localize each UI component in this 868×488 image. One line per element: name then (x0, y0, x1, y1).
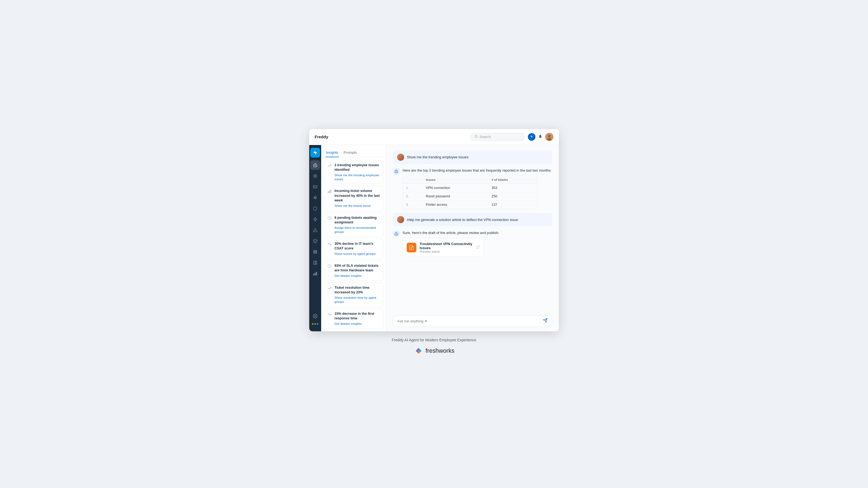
article-icon (407, 242, 416, 252)
tabs-header: Insights Prompts (321, 145, 386, 157)
freshworks-logo: freshworks (392, 346, 476, 356)
chat-input[interactable] (397, 319, 540, 323)
sidebar-item-chart[interactable] (310, 269, 320, 279)
insight-card-volume[interactable]: Incoming ticket volume increased by 40% … (324, 186, 383, 210)
svg-rect-5 (314, 164, 317, 167)
svg-point-20 (315, 316, 316, 317)
chat-input-box (393, 315, 552, 327)
sidebar-item-bolt[interactable] (310, 215, 320, 224)
insight-title-6: Ticket resolution time increased by 23% (335, 286, 380, 295)
insight-content-3: 8 pending tickets awaiting assignment As… (335, 216, 380, 234)
avatar[interactable] (545, 133, 553, 141)
sidebar-item-freddy[interactable] (310, 148, 320, 158)
row-count-1: 353 (488, 184, 537, 192)
insight-action-7[interactable]: Get deeper insights (335, 322, 380, 326)
bot-text-1: Here are the top 3 trending employee iss… (403, 168, 552, 173)
tab-prompts[interactable]: Prompts (343, 148, 357, 157)
bot-avatar-1 (393, 168, 400, 175)
sidebar-item-settings[interactable] (310, 311, 320, 321)
insight-content-7: 15% decrease in the first response time … (335, 312, 380, 326)
insight-card-sla[interactable]: 93% of SLA violated tickets are from Har… (324, 261, 383, 281)
svg-rect-15 (314, 251, 317, 252)
pending-icon (328, 216, 332, 221)
user-avatar-1 (397, 154, 404, 161)
bot-message-1: Here are the top 3 trending employee iss… (393, 168, 552, 209)
svg-rect-18 (315, 273, 316, 275)
svg-rect-30 (395, 233, 398, 235)
svg-point-10 (315, 175, 316, 176)
user-text-1: Show me the trending employee issues (407, 155, 468, 159)
app-header: Freddy Search + (309, 129, 559, 145)
sidebar-item-shield[interactable] (310, 204, 320, 214)
insight-title-5: 93% of SLA violated tickets are from Har… (335, 263, 380, 273)
search-box[interactable]: Search (470, 133, 525, 141)
issues-table: Issues # of tickets 1. VPN connection 35… (403, 176, 537, 209)
external-link-icon[interactable] (476, 245, 480, 250)
article-title: Troubleshoot VPN Connectivity Issues (420, 242, 473, 250)
insight-action-3[interactable]: Assign them to recommended groups (335, 226, 380, 234)
insights-list: 3 trending employee issues identified Sh… (321, 157, 386, 332)
insight-action-2[interactable]: Show me the tickets trend (335, 204, 380, 208)
insight-title-1: 3 trending employee issues identified (335, 163, 380, 172)
user-avatar-2 (397, 216, 404, 223)
svg-point-33 (396, 232, 397, 233)
svg-rect-11 (313, 185, 317, 188)
user-message-2: Help me generate a solution article to d… (393, 213, 552, 226)
main-chat: Show me the trending employee issues (386, 145, 559, 332)
clock-icon (328, 264, 332, 269)
bot-content-1: Here are the top 3 trending employee iss… (403, 168, 552, 209)
send-button[interactable] (543, 318, 548, 324)
sidebar-item-inbox[interactable] (310, 182, 320, 192)
svg-rect-22 (329, 191, 330, 193)
sidebar-item-bug[interactable] (310, 193, 320, 202)
insight-card-response[interactable]: 15% decrease in the first response time … (324, 308, 383, 329)
svg-point-8 (315, 163, 315, 163)
sidebar-item-db[interactable] (310, 247, 320, 257)
svg-point-27 (396, 171, 396, 172)
svg-point-9 (314, 174, 317, 177)
bot-content-2: Sure, here's the draft of the article, p… (403, 230, 552, 257)
sidebar-item-layers[interactable] (310, 236, 320, 246)
row-count-2: 250 (488, 192, 537, 201)
insight-title-7: 15% decrease in the first response time (335, 312, 380, 321)
svg-rect-16 (314, 253, 317, 254)
insight-action-4[interactable]: Show scores by agent groups (335, 252, 380, 256)
svg-rect-26 (395, 170, 398, 173)
svg-rect-14 (314, 250, 317, 251)
insight-content-6: Ticket resolution time increased by 23% … (335, 286, 380, 304)
article-card[interactable]: Troubleshoot VPN Connectivity Issues Pre… (403, 238, 484, 257)
insight-card-trending[interactable]: 3 trending employee issues identified Sh… (324, 160, 383, 184)
resolution-icon (328, 286, 332, 291)
svg-rect-17 (313, 273, 314, 275)
insight-title-2: Incoming ticket volume increased by 40% … (335, 189, 380, 203)
insight-action-6[interactable]: Show resolution time by agent groups (335, 296, 380, 304)
notification-button[interactable] (538, 134, 542, 140)
svg-point-7 (315, 165, 316, 165)
svg-point-3 (548, 135, 551, 137)
search-icon (474, 135, 478, 139)
sidebar-item-bot[interactable] (310, 160, 320, 170)
table-row: 3. Printer access 137 (403, 201, 537, 209)
insight-title-4: 30% decline in IT team's CSAT score (335, 241, 380, 251)
add-button[interactable]: + (528, 133, 535, 141)
insight-card-pending[interactable]: 8 pending tickets awaiting assignment As… (324, 213, 383, 237)
sidebar-item-book[interactable] (310, 258, 320, 268)
tab-insights[interactable]: Insights (326, 148, 339, 157)
table-col-tickets: # of tickets (488, 176, 537, 184)
freshworks-name: freshworks (426, 347, 454, 354)
row-num-2: 2. (406, 194, 409, 198)
trending-icon (328, 163, 332, 169)
sidebar-item-alert[interactable] (310, 225, 320, 235)
svg-point-4 (547, 138, 552, 141)
svg-rect-23 (330, 190, 331, 193)
insight-card-resolution[interactable]: Ticket resolution time increased by 23% … (324, 283, 383, 307)
sidebar-item-home[interactable] (310, 171, 320, 181)
app-window: Freddy Search + (309, 129, 559, 332)
table-row: 1. VPN connection 353 (403, 184, 537, 192)
sidebar-nav (309, 145, 321, 332)
insight-action-5[interactable]: Get deeper insights (335, 274, 380, 278)
user-text-2: Help me generate a solution article to d… (407, 218, 518, 222)
insight-card-csat[interactable]: 30% decline in IT team's CSAT score Show… (324, 238, 383, 259)
insight-action-1[interactable]: Show me the trending employee issues (335, 173, 380, 182)
article-subtitle: Preview article (420, 250, 473, 253)
